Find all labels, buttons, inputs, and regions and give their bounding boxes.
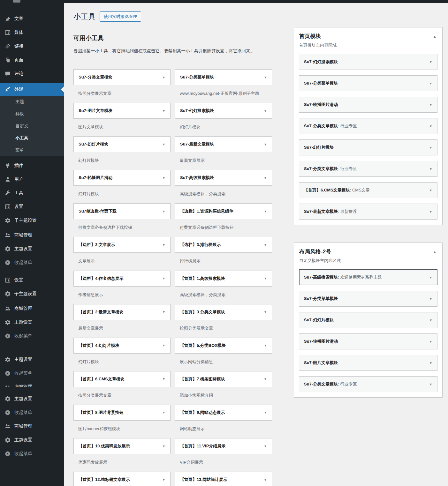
- collapse-panel-icon[interactable]: ▲: [432, 34, 437, 38]
- widget-box[interactable]: 【首页】13.网站统计展示 ▼: [175, 472, 272, 486]
- sidebar-item[interactable]: 子主题设置: [0, 288, 64, 299]
- chevron-down-icon[interactable]: ▼: [162, 210, 165, 213]
- sidebar-item[interactable]: 页面: [0, 55, 64, 65]
- chevron-down-icon[interactable]: ▼: [264, 243, 267, 247]
- chevron-down-icon[interactable]: ▼: [162, 176, 165, 180]
- sidebar-item[interactable]: 收起菜单: [0, 331, 64, 341]
- placed-widget[interactable]: Su7-分类文章模块: 行业专区 ▼: [299, 376, 437, 392]
- placed-widget[interactable]: Su7-最新文章模块: 最新推荐 ▼: [299, 204, 437, 220]
- chevron-down-icon[interactable]: ▼: [429, 146, 432, 149]
- sidebar-item[interactable]: 子主题设置: [0, 215, 64, 226]
- sidebar-item[interactable]: 收起菜单: [0, 368, 64, 379]
- chevron-down-icon[interactable]: ▼: [162, 310, 165, 314]
- chevron-down-icon[interactable]: ▼: [429, 60, 432, 64]
- chevron-down-icon[interactable]: ▼: [264, 277, 267, 280]
- sidebar-item[interactable]: 链接: [0, 41, 64, 52]
- placed-widget[interactable]: Su7-分类文章模块: 行业专区 ▼: [299, 118, 437, 134]
- chevron-down-icon[interactable]: ▼: [264, 478, 267, 482]
- widget-box[interactable]: Su7-幻灯片模块 ▼: [73, 136, 171, 152]
- chevron-down-icon[interactable]: ▼: [162, 109, 165, 113]
- sidebar-item[interactable]: 主题设置: [0, 243, 64, 254]
- sidebar-item[interactable]: 收起菜单: [0, 257, 64, 268]
- widget-box[interactable]: 【首页】1.高级搜索模块 ▼: [175, 271, 272, 287]
- sidebar-item[interactable]: 设置: [0, 201, 64, 212]
- widget-box[interactable]: 【首页】3.分类文章模块 ▼: [175, 304, 272, 320]
- sidebar-item[interactable]: 商城管理: [0, 421, 64, 432]
- live-preview-manage-button[interactable]: 使用实时预览管理: [100, 11, 141, 22]
- widget-box[interactable]: Su7-高级搜索模块 ▼: [175, 170, 272, 186]
- placed-widget[interactable]: Su7-图片文章模块 ▼: [299, 355, 437, 371]
- placed-widget[interactable]: Su7-幻灯搜索模块 ▼: [299, 54, 437, 70]
- chevron-down-icon[interactable]: ▼: [264, 143, 267, 146]
- chevron-down-icon[interactable]: ▼: [264, 377, 267, 381]
- chevron-down-icon[interactable]: ▼: [162, 277, 165, 280]
- sidebar-item[interactable]: 商城管理: [0, 303, 64, 314]
- sidebar-item[interactable]: 商城管理: [0, 230, 64, 241]
- sidebar-item[interactable]: 主题: [0, 96, 64, 108]
- widget-box[interactable]: Su7侧边栏-付费下载 ▼: [73, 203, 171, 219]
- collapse-panel-icon[interactable]: ▲: [432, 250, 437, 254]
- sidebar-item[interactable]: 评论: [0, 68, 64, 79]
- widget-box[interactable]: 【首页】7.横条图标模块 ▼: [175, 371, 272, 387]
- placed-widget[interactable]: Su7-高级搜索模块: 欢迎使用素材系列主题 ▼: [299, 269, 437, 285]
- chevron-down-icon[interactable]: ▼: [429, 103, 432, 107]
- sidebar-item[interactable]: 主题设置: [0, 317, 64, 328]
- widget-box[interactable]: Su7-分类菜单模块 ▼: [175, 69, 272, 85]
- chevron-down-icon[interactable]: ▼: [429, 383, 432, 386]
- sidebar-item[interactable]: 文章: [0, 13, 64, 24]
- sidebar-item[interactable]: 设置: [0, 275, 64, 286]
- placed-widget[interactable]: Su7-分类菜单模块 ▼: [299, 291, 437, 307]
- sidebar-item[interactable]: 外观: [0, 83, 64, 96]
- widget-box[interactable]: Su7-分类文章模块 ▼: [73, 69, 171, 85]
- placed-widget[interactable]: Su7-幻灯片模块 ▼: [299, 312, 437, 328]
- widget-box[interactable]: 【首页】5.分类BOX模块 ▼: [175, 338, 272, 354]
- chevron-down-icon[interactable]: ▼: [264, 411, 267, 414]
- sidebar-item[interactable]: 插件: [0, 160, 64, 171]
- placed-widget[interactable]: Su7-分类菜单模块 ▼: [299, 75, 437, 91]
- chevron-down-icon[interactable]: ▼: [264, 445, 267, 448]
- sidebar-item[interactable]: 样板: [0, 108, 64, 120]
- widget-box[interactable]: 【边栏】2.文章展示 ▼: [73, 237, 171, 253]
- widget-box[interactable]: 【首页】8.图片背景按钮 ▼: [73, 405, 171, 421]
- chevron-down-icon[interactable]: ▼: [429, 340, 432, 343]
- sidebar-item[interactable]: 商城管理: [0, 384, 64, 389]
- chevron-down-icon[interactable]: ▼: [162, 411, 165, 414]
- sidebar-item[interactable]: 自定义: [0, 120, 64, 132]
- widget-box[interactable]: 【首页】4.幻灯片模块 ▼: [73, 338, 171, 354]
- chevron-down-icon[interactable]: ▼: [429, 297, 432, 301]
- chevron-down-icon[interactable]: ▼: [264, 76, 267, 79]
- sidebar-item[interactable]: 小工具: [0, 132, 64, 144]
- placed-widget[interactable]: 【首页】6.CMS文章模块: CMS文章 ▼: [299, 182, 437, 198]
- placed-widget[interactable]: Su7-轮播图片滑动 ▼: [299, 97, 437, 113]
- chevron-down-icon[interactable]: ▼: [429, 276, 432, 279]
- chevron-down-icon[interactable]: ▼: [162, 445, 165, 448]
- placed-widget[interactable]: Su7-轮播图片滑动 ▼: [299, 333, 437, 349]
- sidebar-item[interactable]: 媒体: [0, 27, 64, 38]
- widget-box[interactable]: 【边栏】1.资源购买信息组件 ▼: [175, 203, 272, 219]
- chevron-down-icon[interactable]: ▼: [162, 143, 165, 146]
- chevron-down-icon[interactable]: ▼: [162, 478, 165, 482]
- sidebar-item[interactable]: 用户: [0, 174, 64, 185]
- sidebar-item[interactable]: 主题设置: [0, 354, 64, 365]
- chevron-down-icon[interactable]: ▼: [429, 361, 432, 365]
- widget-box[interactable]: 【边栏】3.排行榜展示 ▼: [175, 237, 272, 253]
- chevron-down-icon[interactable]: ▼: [162, 377, 165, 381]
- widget-box[interactable]: Su7-幻灯搜索模块 ▼: [175, 103, 272, 119]
- chevron-down-icon[interactable]: ▼: [429, 210, 432, 213]
- widget-box[interactable]: Su7-轮播图片滑动 ▼: [73, 170, 171, 186]
- sidebar-item[interactable]: 主题设置: [0, 393, 64, 404]
- chevron-down-icon[interactable]: ▼: [429, 318, 432, 322]
- chevron-down-icon[interactable]: ▼: [162, 243, 165, 247]
- widget-box[interactable]: 【首页】2.最新文章模块 ▼: [73, 304, 171, 320]
- chevron-down-icon[interactable]: ▼: [264, 109, 267, 113]
- chevron-down-icon[interactable]: ▼: [429, 124, 432, 128]
- placed-widget[interactable]: Su7-分类文章模块: 行业专区 ▼: [299, 161, 437, 177]
- chevron-down-icon[interactable]: ▼: [264, 344, 267, 347]
- widget-box[interactable]: Su7-最新文章模块 ▼: [175, 136, 272, 152]
- widget-box[interactable]: 【首页】6.CMS文章模块 ▼: [73, 371, 171, 387]
- sidebar-item[interactable]: 工具: [0, 188, 64, 198]
- sidebar-item[interactable]: 收起菜单: [0, 448, 64, 459]
- widget-box[interactable]: Su7-图片文章模块 ▼: [73, 103, 171, 119]
- sidebar-item[interactable]: 主题设置: [0, 435, 64, 445]
- sidebar-item[interactable]: 菜单: [0, 144, 64, 156]
